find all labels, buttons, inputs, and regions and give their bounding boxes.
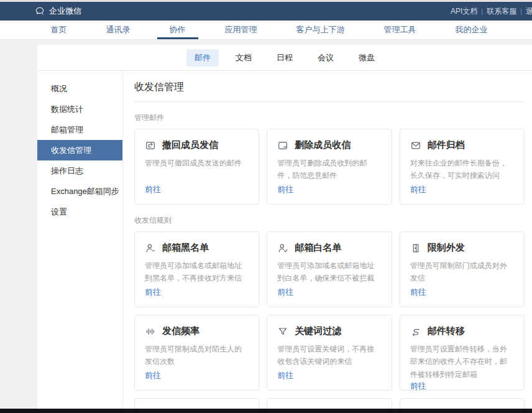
card-desc: 管理员可添加域名或邮箱地址到黑名单，不再接收对方来信	[145, 259, 249, 285]
card-desc: 管理员可设置邮件转移，当外部来信的收件人不存在时，邮件被转移到特定邮箱	[410, 343, 514, 381]
subnav-tab-邮件[interactable]: 邮件	[186, 49, 219, 67]
wecom-logo[interactable]: 企业微信	[35, 6, 81, 17]
card-邮件转移: 邮件转移管理员可设置邮件转移，当外部来信的收件人不存在时，邮件被转移到特定邮箱前…	[400, 315, 525, 391]
subnav-tab-会议[interactable]: 会议	[310, 49, 342, 67]
content-container: 邮件文档日程会议微盘 概况数据统计邮箱管理收发信管理操作日志Exchange邮箱…	[37, 45, 532, 413]
card-title: 邮箱白名单	[295, 242, 341, 254]
go-link[interactable]: 前往	[277, 370, 381, 381]
subnav-tab-文档[interactable]: 文档	[227, 49, 260, 67]
card-head: 关键词过滤	[277, 325, 381, 337]
card-head: 邮箱白名单	[277, 242, 381, 254]
card-title: 限制外发	[428, 242, 465, 254]
primary-nav: 首页通讯录协作应用管理客户与上下游管理工具我的企业	[0, 21, 532, 40]
user-block-icon	[145, 243, 156, 254]
card-desc: 管理员可撤回成员发送的邮件	[145, 157, 249, 169]
sidebar: 概况数据统计邮箱管理收发信管理操作日志Exchange邮箱同步设置	[37, 71, 123, 413]
card-head: 撤回成员发信	[145, 139, 249, 151]
nav-item-协作[interactable]: 协作	[170, 21, 186, 39]
topbar-link-API文档[interactable]: API文档	[451, 6, 477, 17]
logo-text: 企业微信	[49, 6, 81, 17]
nav-item-通讯录[interactable]: 通讯录	[106, 21, 131, 39]
subnav-tab-日程[interactable]: 日程	[268, 49, 301, 67]
card-限制外发: 限制外发管理员可限制部门或成员对外发信前往	[400, 231, 525, 307]
nav-item-管理工具[interactable]: 管理工具	[384, 21, 416, 39]
app-window: 企业微信 API文档|联系客服|退出 首页通讯录协作应用管理客户与上下游管理工具…	[0, 0, 532, 413]
card-head: 邮件归档	[410, 139, 514, 151]
card-关键词过滤: 关键词过滤管理员可设置关键词，不再接收包含该关键词的来信前往	[267, 315, 392, 391]
separator: |	[481, 7, 483, 15]
card-head: 邮箱黑名单	[145, 242, 249, 254]
card-邮件归档: 邮件归档对来往企业的邮件长期备份，长久保存，可实时搜索访问前往	[400, 129, 525, 205]
card-title: 删除成员收信	[295, 139, 351, 151]
main-panel: 收发信管理 管理邮件撤回成员发信管理员可撤回成员发送的邮件前往删除成员收信管理员…	[123, 71, 532, 413]
card-邮箱白名单: 邮箱白名单管理员可添加域名或邮箱地址到白名单，确保来信不被拦截前往	[267, 231, 392, 307]
go-link[interactable]: 前往	[145, 184, 249, 195]
topbar: 企业微信 API文档|联系客服|退出	[0, 2, 532, 21]
card-邮箱黑名单: 邮箱黑名单管理员可添加域名或邮箱地址到黑名单，不再接收对方来信前往	[134, 231, 259, 307]
nav-item-我的企业[interactable]: 我的企业	[456, 21, 488, 39]
card-grid: 撤回成员发信管理员可撤回成员发送的邮件前往删除成员收信管理员可删除成员收到的邮件…	[134, 129, 525, 205]
card-head: 发信频率	[145, 325, 249, 337]
card-撤回成员发信: 撤回成员发信管理员可撤回成员发送的邮件前往	[134, 129, 259, 205]
card-title: 关键词过滤	[295, 325, 341, 337]
sidebar-item-邮箱管理[interactable]: 邮箱管理	[37, 119, 122, 140]
separator: |	[520, 7, 522, 15]
card-title: 撤回成员发信	[162, 139, 218, 151]
mail-delete-icon	[277, 140, 288, 151]
nav-item-客户与上下游[interactable]: 客户与上下游	[296, 21, 345, 39]
nav-item-首页[interactable]: 首页	[51, 21, 67, 39]
sidebar-item-收发信管理[interactable]: 收发信管理	[37, 140, 122, 160]
card-head: 邮件转移	[410, 325, 514, 337]
subnav: 邮件文档日程会议微盘	[37, 45, 532, 71]
transfer-icon	[410, 326, 421, 337]
section-label: 管理邮件	[134, 113, 525, 123]
card-desc: 管理员可删除成员收到的邮件，防范恶意邮件	[277, 157, 381, 182]
card-desc: 管理员可设置关键词，不再接收包含该关键词的来信	[277, 343, 381, 368]
go-link[interactable]: 前往	[410, 381, 514, 392]
go-link[interactable]: 前往	[145, 370, 249, 381]
funnel-icon	[277, 326, 288, 337]
card-title: 邮件转移	[428, 325, 465, 337]
topbar-link-联系客服[interactable]: 联系客服	[487, 6, 516, 17]
go-link[interactable]: 前往	[410, 287, 514, 298]
card-发信频率: 发信频率管理员可限制成员对陌生人的发信次数前往	[134, 315, 259, 391]
go-link[interactable]: 前往	[277, 184, 381, 195]
taskbar-edge	[0, 409, 532, 413]
card-title: 邮件归档	[428, 139, 465, 151]
sidebar-item-操作日志[interactable]: 操作日志	[37, 160, 122, 181]
card-title: 邮箱黑名单	[162, 242, 209, 254]
sidebar-item-Exchange邮箱同步[interactable]: Exchange邮箱同步	[37, 181, 122, 202]
card-desc: 对来往企业的邮件长期备份，长久保存，可实时搜索访问	[410, 157, 514, 182]
frequency-icon	[145, 326, 156, 337]
topbar-links: API文档|联系客服|退出	[449, 2, 532, 21]
mail-recall-icon	[145, 140, 156, 151]
user-check-icon	[277, 243, 288, 254]
sidebar-item-概况[interactable]: 概况	[37, 78, 122, 99]
card-grid: 邮箱黑名单管理员可添加域名或邮箱地址到黑名单，不再接收对方来信前往邮箱白名单管理…	[134, 231, 525, 413]
topbar-link-退出[interactable]: 退出	[526, 6, 532, 17]
page-title: 收发信管理	[134, 81, 525, 102]
sidebar-item-设置[interactable]: 设置	[37, 202, 122, 222]
nav-item-应用管理[interactable]: 应用管理	[225, 21, 257, 39]
subnav-tab-微盘[interactable]: 微盘	[351, 49, 383, 67]
section-label: 收发信规则	[134, 215, 525, 226]
go-link[interactable]: 前往	[277, 287, 381, 298]
body-row: 概况数据统计邮箱管理收发信管理操作日志Exchange邮箱同步设置 收发信管理 …	[37, 71, 532, 413]
sections: 管理邮件撤回成员发信管理员可撤回成员发送的邮件前往删除成员收信管理员可删除成员收…	[134, 113, 525, 413]
card-desc: 管理员可限制部门或成员对外发信	[410, 259, 514, 285]
card-desc: 管理员可添加域名或邮箱地址到白名单，确保来信不被拦截	[277, 259, 381, 285]
card-head: 删除成员收信	[277, 139, 381, 151]
card-head: 限制外发	[410, 242, 514, 254]
card-desc: 管理员可限制成员对陌生人的发信次数	[145, 343, 249, 368]
mail-archive-icon	[410, 140, 421, 151]
go-link[interactable]: 前往	[145, 287, 249, 298]
card-删除成员收信: 删除成员收信管理员可删除成员收到的邮件，防范恶意邮件前往	[267, 129, 392, 205]
go-link[interactable]: 前往	[410, 184, 514, 195]
chat-bubble-icon	[35, 6, 45, 16]
card-title: 发信频率	[162, 325, 200, 337]
sidebar-item-数据统计[interactable]: 数据统计	[37, 99, 122, 119]
door-exit-icon	[410, 243, 421, 254]
